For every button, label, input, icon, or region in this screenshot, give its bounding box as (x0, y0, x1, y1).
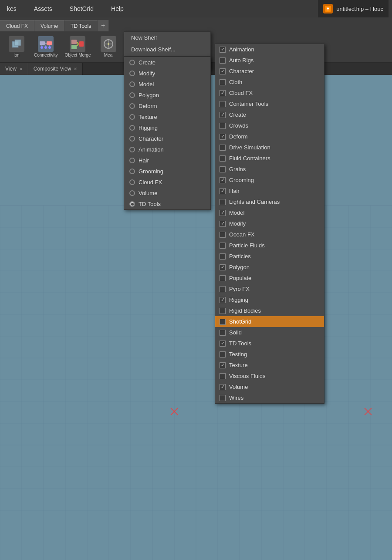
shelf-tool-ion[interactable]: ion (3, 34, 30, 59)
radio-item-texture[interactable]: Texture (124, 111, 210, 122)
objectmerge-label: Object Merge (64, 53, 91, 57)
shelf-tool-mea[interactable]: Mea (95, 34, 122, 59)
checkbox-item-fluid-containers[interactable]: Fluid Containers (215, 153, 324, 164)
radio-item-hair[interactable]: Hair (124, 155, 210, 166)
radio-circle (129, 136, 135, 142)
checkbox-box (220, 330, 226, 336)
checkbox-item-lights-and-cameras[interactable]: Lights and Cameras (215, 196, 324, 207)
checkbox-item-ocean-fx[interactable]: Ocean FX (215, 229, 324, 240)
shelf-tab-volume[interactable]: Volume (34, 20, 64, 31)
checkbox-label: Cloud FX (229, 90, 253, 96)
checkbox-item-viscous-fluids[interactable]: Viscous Fluids (215, 371, 324, 381)
mea-label: Mea (104, 53, 112, 57)
ion-label: ion (14, 53, 19, 57)
checkbox-item-auto-rigs[interactable]: Auto Rigs (215, 55, 324, 66)
checkbox-item-volume[interactable]: ✓Volume (215, 381, 324, 392)
radio-circle (129, 169, 135, 174)
checkbox-label: Auto Rigs (229, 57, 253, 64)
checkbox-item-shotgrid[interactable]: ShotGrid (215, 316, 324, 327)
checkbox-item-grooming[interactable]: ✓Grooming (215, 175, 324, 186)
download-shelf-item[interactable]: Download Shelf... (124, 44, 210, 55)
checkbox-box (220, 199, 226, 205)
new-shelf-item[interactable]: New Shelf (124, 32, 210, 44)
checkbox-item-particles[interactable]: Particles (215, 251, 324, 262)
svg-rect-5 (47, 41, 52, 45)
ion-icon (9, 36, 24, 52)
checkbox-item-create[interactable]: ✓Create (215, 109, 324, 120)
shelf-tab-cloudfx[interactable]: Cloud FX (0, 20, 34, 31)
svg-point-8 (44, 46, 47, 49)
checkbox-item-polygon[interactable]: ✓Polygon (215, 262, 324, 273)
checkbox-item-pyro-fx[interactable]: Pyro FX (215, 283, 324, 294)
checkbox-item-rigging[interactable]: ✓Rigging (215, 294, 324, 305)
connectivity-icon (38, 36, 54, 52)
checkbox-box (220, 275, 226, 281)
checkbox-item-drive-simulation[interactable]: Drive Simulation (215, 142, 324, 153)
checkbox-label: Rigging (229, 297, 248, 303)
checkbox-item-populate[interactable]: Populate (215, 273, 324, 283)
menu-assets[interactable]: Assets (30, 3, 56, 14)
checkbox-label: Drive Simulation (229, 144, 270, 151)
radio-item-rigging[interactable]: Rigging (124, 122, 210, 133)
checkbox-box (220, 166, 226, 172)
checkbox-item-hair[interactable]: ✓Hair (215, 186, 324, 196)
checkbox-item-modify[interactable]: ✓Modify (215, 218, 324, 229)
svg-rect-14 (71, 45, 77, 49)
radio-item-volume[interactable]: Volume (124, 188, 210, 199)
shelf-tool-connectivity[interactable]: Connectivity (31, 34, 60, 59)
checkbox-item-cloud-fx[interactable]: ✓Cloud FX (215, 88, 324, 98)
viewport-tab-view[interactable]: View ✕ (0, 63, 28, 75)
checkbox-item-crowds[interactable]: Crowds (215, 120, 324, 131)
checkbox-item-solid[interactable]: Solid (215, 327, 324, 338)
connectivity-label: Connectivity (34, 53, 57, 57)
radio-circle (129, 201, 135, 207)
checkbox-label: Rigid Bodies (229, 307, 261, 314)
checkbox-item-grains[interactable]: Grains (215, 164, 324, 175)
menu-kes[interactable]: kes (3, 3, 20, 14)
radio-circle (129, 103, 135, 109)
composite-tab-close[interactable]: ✕ (74, 67, 77, 71)
checkbox-item-model[interactable]: ✓Model (215, 207, 324, 218)
svg-text:H: H (327, 7, 330, 11)
menu-shotgrid[interactable]: ShotGrid (66, 3, 97, 14)
checkbox-item-td-tools[interactable]: ✓TD Tools (215, 338, 324, 349)
checkbox-item-cloth[interactable]: Cloth (215, 77, 324, 88)
checkbox-label: Hair (229, 188, 240, 194)
checkbox-label: Crowds (229, 122, 248, 129)
checkbox-box (220, 286, 226, 292)
menu-help[interactable]: Help (108, 3, 127, 14)
radio-item-animation[interactable]: Animation (124, 144, 210, 155)
checkbox-label: Container Tools (229, 101, 268, 107)
mea-icon (101, 36, 116, 52)
checkbox-label: Grains (229, 166, 246, 172)
radio-item-grooming[interactable]: Grooming (124, 166, 210, 177)
radio-label: Volume (139, 190, 157, 196)
menubar: kes Assets ShotGrid Help H untitled.hip … (0, 0, 392, 17)
svg-point-9 (48, 46, 51, 49)
checkbox-item-character[interactable]: ✓Character (215, 66, 324, 77)
checkbox-item-rigid-bodies[interactable]: Rigid Bodies (215, 305, 324, 316)
radio-item-modify[interactable]: Modify (124, 68, 210, 79)
checkbox-box: ✓ (220, 384, 226, 390)
view-tab-close[interactable]: ✕ (19, 67, 23, 71)
checkbox-item-testing[interactable]: Testing (215, 349, 324, 360)
radio-item-character[interactable]: Character (124, 133, 210, 144)
radio-item-polygon[interactable]: Polygon (124, 90, 210, 101)
radio-item-create[interactable]: Create (124, 57, 210, 68)
checkbox-item-animation[interactable]: ✓Animation (215, 44, 324, 55)
shelf-add-button[interactable]: + (98, 20, 109, 31)
radio-label: Modify (139, 70, 155, 77)
radio-item-deform[interactable]: Deform (124, 101, 210, 111)
checkbox-item-texture[interactable]: ✓Texture (215, 360, 324, 371)
checkbox-item-wires[interactable]: Wires (215, 392, 324, 403)
checkbox-item-container-tools[interactable]: Container Tools (215, 98, 324, 109)
viewport-tab-composite[interactable]: Composite View ✕ (28, 63, 83, 75)
checkbox-item-particle-fluids[interactable]: Particle Fluids (215, 240, 324, 251)
view-tab-label: View (5, 66, 17, 72)
radio-item-cloud-fx[interactable]: Cloud FX (124, 177, 210, 188)
checkbox-item-deform[interactable]: ✓Deform (215, 131, 324, 142)
shelf-tool-objectmerge[interactable]: Object Merge (62, 34, 93, 59)
shelf-tab-tdtools[interactable]: TD Tools (64, 20, 98, 31)
radio-item-td-tools[interactable]: TD Tools (124, 199, 210, 209)
radio-item-model[interactable]: Model (124, 79, 210, 90)
